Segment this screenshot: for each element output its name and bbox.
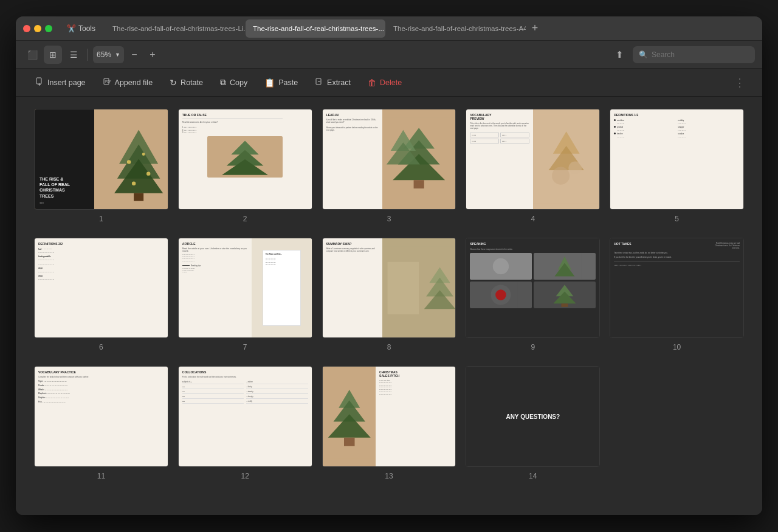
page-9-item[interactable]: SPEAKING Discuss how these images are re… (466, 238, 600, 352)
tools-icon: ✂️ (67, 24, 76, 33)
page-1-item[interactable]: THE RISE &FALL OF REALCHRISTMASTREES ●●● (34, 109, 168, 223)
page-3-thumbnail[interactable]: LEAD-IN If you'd like to make an artific… (322, 109, 456, 210)
page-9-image-grid (470, 253, 596, 308)
svg-rect-22 (414, 180, 424, 188)
grid-icon: ⊞ (49, 50, 57, 60)
export-button[interactable]: ⬆ (611, 46, 628, 63)
page-4-title: VOCABULARYPREVIEW (470, 113, 529, 120)
page-6-thumbnail[interactable]: DEFINITIONS 2/2 fuel ▪ ▪ ▪ ▪ ▪ ▪ ▪ ▪ ▪ ▪… (34, 238, 168, 339)
append-file-button[interactable]: PDF Append file (95, 74, 160, 91)
page-10-thumbnail[interactable]: HOT TAKES Real Christmas trees are badCh… (610, 238, 744, 339)
rotate-label: Rotate (181, 78, 203, 87)
page-3-item[interactable]: LEAD-IN If you'd like to make an artific… (322, 109, 456, 223)
svg-rect-10 (134, 193, 143, 201)
page-8-preview: SUMMARY SWAP Write a 5-sentence summary,… (323, 238, 456, 338)
page-8-item[interactable]: SUMMARY SWAP Write a 5-sentence summary,… (322, 238, 456, 352)
page-1-title: THE RISE &FALL OF REALCHRISTMASTREES (40, 176, 89, 198)
page-12-table: subject of ▪▪ + rather ▪▪▪▪ + lucky ▪▪▪▪… (182, 381, 308, 404)
tab-1-label: The-rise-and-fall-of-real-christmas-tree… (112, 25, 245, 32)
page-2-item[interactable]: TRUE OR FALSE Read the statements. Are t… (178, 109, 312, 223)
insert-page-button[interactable]: Insert page (28, 74, 93, 91)
more-options-button[interactable]: ⋮ (729, 74, 750, 92)
paste-label: Paste (278, 78, 298, 87)
page-5-thumbnail[interactable]: DEFINITIONS 1/2 wordless ▪ ▪ ▪ ▪ ▪ ▪ ▪ ▪… (610, 109, 744, 210)
page-5-number: 5 (675, 215, 679, 223)
page-1-left: THE RISE &FALL OF REALCHRISTMASTREES ●●● (35, 109, 94, 209)
search-box: 🔍 (633, 46, 755, 63)
page-13-item[interactable]: CHRISTMASSALES PITCH ▪ Sell your items ▪… (322, 366, 456, 480)
tabs-container: The-rise-and-fall-of-real-christmas-tree… (105, 19, 755, 38)
page-1-thumbnail[interactable]: THE RISE &FALL OF REALCHRISTMASTREES ●●● (34, 109, 168, 210)
rotate-button[interactable]: ↻ Rotate (162, 74, 210, 91)
page-14-number: 14 (529, 472, 537, 480)
paste-icon: 📋 (264, 78, 275, 88)
page-11-item[interactable]: VOCABULARY PRACTICE Complete the tasks b… (34, 366, 168, 480)
tab-1[interactable]: The-rise-and-fall-of-real-christmas-tree… (105, 19, 245, 38)
content-area[interactable]: THE RISE &FALL OF REALCHRISTMASTREES ●●● (16, 97, 762, 515)
page-14-item[interactable]: ANY QUESTIONS? 14 (466, 366, 600, 480)
extract-icon (315, 77, 323, 88)
page-2-preview: TRUE OR FALSE Read the statements. Are t… (179, 109, 312, 209)
zoom-out-button[interactable]: − (126, 47, 142, 63)
tools-label: Tools (78, 24, 95, 33)
page-10-header: HOT TAKES Real Christmas trees are badCh… (614, 242, 740, 249)
tools-menu[interactable]: ✂️ Tools (62, 22, 100, 35)
zoom-in-button[interactable]: + (145, 47, 160, 63)
page-6-item[interactable]: DEFINITIONS 2/2 fuel ▪ ▪ ▪ ▪ ▪ ▪ ▪ ▪ ▪ ▪… (34, 238, 168, 352)
page-12-item[interactable]: COLLOCATIONS Find a collocation for each… (178, 366, 312, 480)
search-input[interactable] (652, 50, 749, 59)
page-8-left: SUMMARY SWAP Write a 5-sentence summary,… (323, 238, 382, 338)
copy-label: Copy (230, 78, 247, 87)
page-12-thumbnail[interactable]: COLLOCATIONS Find a collocation for each… (178, 366, 312, 467)
extract-button[interactable]: Extract (308, 74, 358, 91)
paste-button[interactable]: 📋 Paste (257, 74, 305, 91)
page-9-preview: SPEAKING Discuss how these images are re… (466, 238, 599, 338)
page-9-img2 (534, 253, 596, 280)
extract-label: Extract (327, 78, 351, 87)
page-14-title: ANY QUESTIONS? (506, 413, 560, 420)
page-1-image (94, 109, 167, 209)
page-4-left: VOCABULARYPREVIEW Put a tick in the box … (466, 109, 532, 209)
page-11-title: VOCABULARY PRACTICE (38, 370, 164, 374)
page-10-body: Take three or take two, but they really … (614, 252, 740, 267)
page-5-title: DEFINITIONS 1/2 (614, 113, 740, 117)
tab-2[interactable]: The-rise-and-fall-of-real-christmas-tree… (246, 19, 385, 38)
titlebar: ✂️ Tools The-rise-and-fall-of-real-chris… (16, 16, 762, 41)
svg-text:PDF: PDF (105, 80, 111, 83)
page-8-thumbnail[interactable]: SUMMARY SWAP Write a 5-sentence summary,… (322, 238, 456, 339)
maximize-button[interactable] (45, 25, 52, 32)
svg-rect-51 (344, 438, 355, 446)
page-1-number: 1 (99, 215, 103, 223)
page-13-right: CHRISTMASSALES PITCH ▪ Sell your items ▪… (376, 367, 455, 466)
delete-button[interactable]: 🗑 Delete (360, 74, 409, 91)
page-9-title: SPEAKING (470, 242, 596, 246)
tab-3[interactable]: The-rise-and-fall-of-real-christmas-tree… (386, 19, 526, 38)
page-4-item[interactable]: VOCABULARYPREVIEW Put a tick in the box … (466, 109, 600, 223)
page-2-thumbnail[interactable]: TRUE OR FALSE Read the statements. Are t… (178, 109, 312, 210)
page-12-title: COLLOCATIONS (182, 370, 308, 374)
new-tab-button[interactable]: + (526, 20, 543, 37)
page-9-thumbnail[interactable]: SPEAKING Discuss how these images are re… (466, 238, 600, 339)
page-10-item[interactable]: HOT TAKES Real Christmas trees are badCh… (610, 238, 744, 352)
page-11-thumbnail[interactable]: VOCABULARY PRACTICE Complete the tasks b… (34, 366, 168, 467)
close-button[interactable] (23, 25, 30, 32)
page-1-footer: ●●● (40, 201, 89, 204)
append-icon: PDF (103, 77, 111, 88)
copy-button[interactable]: ⧉ Copy (213, 74, 255, 91)
list-view-button[interactable]: ☰ (64, 46, 83, 64)
page-4-thumbnail[interactable]: VOCABULARYPREVIEW Put a tick in the box … (466, 109, 600, 210)
page-8-image (382, 238, 455, 338)
zoom-control[interactable]: 65% ▼ (93, 46, 124, 63)
sidebar-toggle-button[interactable]: ⬛ (23, 46, 41, 64)
page-7-item[interactable]: ARTICLE Read the article at your own. Un… (178, 238, 312, 352)
grid-view-button[interactable]: ⊞ (44, 46, 62, 64)
page-5-item[interactable]: DEFINITIONS 1/2 wordless ▪ ▪ ▪ ▪ ▪ ▪ ▪ ▪… (610, 109, 744, 223)
page-8-title: SUMMARY SWAP (326, 242, 379, 246)
minimize-button[interactable] (34, 25, 41, 32)
page-14-thumbnail[interactable]: ANY QUESTIONS? (466, 366, 600, 467)
page-11-preview: VOCABULARY PRACTICE Complete the tasks b… (35, 367, 168, 466)
page-11-number: 11 (97, 472, 105, 480)
page-2-divider (182, 119, 283, 119)
page-7-thumbnail[interactable]: ARTICLE Read the article at your own. Un… (178, 238, 312, 339)
page-13-thumbnail[interactable]: CHRISTMASSALES PITCH ▪ Sell your items ▪… (322, 366, 456, 467)
